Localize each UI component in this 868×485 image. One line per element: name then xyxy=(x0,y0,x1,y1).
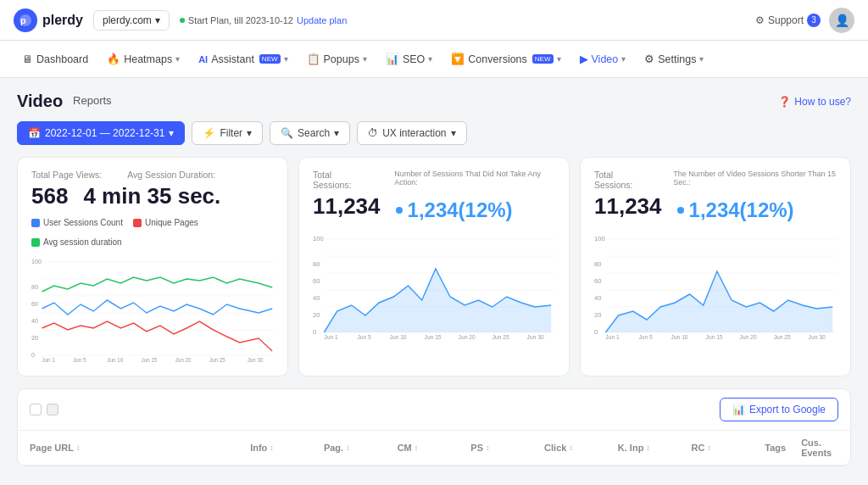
sort-icon-url[interactable]: ↕ xyxy=(76,443,81,452)
stat-card-short-sessions: Total Sessions: The Number of Video Sess… xyxy=(580,157,851,376)
assistant-icon: AI xyxy=(198,54,208,64)
stat-values-1: 568 4 min 35 sec. xyxy=(31,183,274,209)
legend-box-pages xyxy=(133,219,142,227)
nav-item-seo[interactable]: 📊 SEO ▾ xyxy=(377,46,441,72)
support-button[interactable]: ⚙ Support 3 xyxy=(755,14,821,27)
seo-icon: 📊 xyxy=(386,53,399,65)
svg-text:Jun 30: Jun 30 xyxy=(527,334,544,340)
legend-box-avg xyxy=(31,238,40,247)
sort-icon-cm[interactable]: ↕ xyxy=(415,443,419,452)
ux-interaction-button[interactable]: ⏱ UX interaction ▾ xyxy=(357,121,466,145)
sort-icon-rc[interactable]: ↕ xyxy=(707,443,711,452)
support-label: Support xyxy=(768,14,804,26)
svg-text:20: 20 xyxy=(594,311,602,319)
chevron-icon: ▾ xyxy=(699,54,704,64)
svg-text:80: 80 xyxy=(594,260,602,268)
svg-text:Jun 25: Jun 25 xyxy=(774,334,791,340)
chevron-icon: ▾ xyxy=(428,54,432,64)
chart-legend-1: User Sessions Count Unique Pages Avg ses… xyxy=(31,218,274,247)
stat-label-no-action: Number of Sessions That Did Not Take Any… xyxy=(394,170,555,190)
chevron-icon: ▾ xyxy=(363,54,367,64)
user-avatar[interactable]: 👤 xyxy=(829,8,854,33)
update-plan-link[interactable]: Update plan xyxy=(297,15,347,25)
search-button[interactable]: 🔍 Search ▾ xyxy=(270,121,350,145)
nav-item-conversions[interactable]: 🔽 Conversions NEW ▾ xyxy=(442,46,569,72)
nav-item-settings[interactable]: ⚙ Settings ▾ xyxy=(636,46,712,72)
svg-text:Jun 10: Jun 10 xyxy=(671,334,688,340)
nav-label-settings: Settings xyxy=(658,53,696,65)
secondary-checkbox[interactable] xyxy=(47,404,58,415)
col-label-kinp: K. Inp xyxy=(618,443,644,453)
search-label: Search xyxy=(298,127,330,139)
stat-pageviews-value: 568 xyxy=(31,183,68,209)
svg-marker-53 xyxy=(605,271,832,332)
stat-label-duration: Avg Session Duration: xyxy=(127,170,215,180)
sort-icon-click[interactable]: ↕ xyxy=(569,443,573,452)
area-chart-3: 100 80 60 40 20 0 Jun 1 Jun 5 xyxy=(594,231,837,341)
svg-text:Jun 20: Jun 20 xyxy=(459,334,476,340)
sort-icon-pag[interactable]: ↕ xyxy=(346,443,350,452)
page-title: Video xyxy=(17,92,63,111)
brand-name: plerdy xyxy=(42,13,83,28)
svg-text:Jun 20: Jun 20 xyxy=(175,357,192,363)
sort-icon-info[interactable]: ↕ xyxy=(270,443,274,452)
nav-item-heatmaps[interactable]: 🔥 Heatmaps ▾ xyxy=(98,46,188,72)
chevron-down-icon: ▾ xyxy=(247,127,252,139)
nav-item-video[interactable]: ▶ Video ▾ xyxy=(571,46,635,72)
stats-row: Total Page Views: Avg Session Duration: … xyxy=(17,157,851,376)
legend-label-avg: Avg session duration xyxy=(43,237,122,247)
reports-tab[interactable]: Reports xyxy=(73,92,112,110)
nav-label-dashboard: Dashboard xyxy=(36,53,88,65)
svg-text:80: 80 xyxy=(313,260,320,268)
svg-text:Jun 1: Jun 1 xyxy=(324,334,337,340)
popups-icon: 📋 xyxy=(307,53,320,65)
nav-item-assistant[interactable]: AI Assistant NEW ▾ xyxy=(190,47,296,72)
nav-item-dashboard[interactable]: 🖥 Dashboard xyxy=(14,47,97,72)
chevron-down-icon: ▾ xyxy=(451,127,456,139)
svg-text:60: 60 xyxy=(594,277,602,285)
sort-icon-kinp[interactable]: ↕ xyxy=(646,443,650,452)
clock-icon: ⏱ xyxy=(368,127,378,139)
page-title-row: Video Reports xyxy=(17,92,112,111)
date-range-picker[interactable]: 📅 2022-12-01 — 2022-12-31 ▾ xyxy=(17,121,185,145)
col-click: Click ↕ xyxy=(544,438,618,458)
new-badge-conversions: NEW xyxy=(532,54,554,64)
svg-text:40: 40 xyxy=(594,294,602,302)
filter-button[interactable]: ⚡ Filter ▾ xyxy=(192,121,263,145)
select-all-checkbox[interactable] xyxy=(30,404,42,415)
sort-icon-ps[interactable]: ↕ xyxy=(486,443,490,452)
stat-label-short-video: The Number of Video Sessions Shorter Tha… xyxy=(673,170,837,190)
svg-text:Jun 25: Jun 25 xyxy=(492,334,509,340)
col-label-click: Click xyxy=(544,443,566,453)
svg-text:20: 20 xyxy=(31,334,38,342)
svg-text:Jun 5: Jun 5 xyxy=(73,357,86,363)
export-icon: 📊 xyxy=(732,404,745,415)
col-label-info: Info xyxy=(250,443,267,453)
col-label-ps: PS xyxy=(470,443,483,453)
stat-duration-value: 4 min 35 sec. xyxy=(83,183,220,209)
legend-box-sessions xyxy=(31,219,40,227)
chevron-icon: ▾ xyxy=(175,54,180,64)
svg-text:0: 0 xyxy=(313,328,317,336)
col-pag: Pag. ↕ xyxy=(324,438,398,458)
col-label-cus-events: Cus. Events xyxy=(801,438,838,458)
filter-icon: ⚡ xyxy=(203,127,215,139)
nav-item-popups[interactable]: 📋 Popups ▾ xyxy=(298,46,376,72)
svg-text:Jun 15: Jun 15 xyxy=(142,357,158,363)
stat-labels-1: Total Page Views: Avg Session Duration: xyxy=(31,170,274,180)
site-selector[interactable]: plerdy.com ▾ xyxy=(93,10,170,31)
chevron-down-icon: ▾ xyxy=(169,127,174,139)
stat-total-sessions-3: 11,234 xyxy=(594,193,662,220)
area-chart-2: 100 80 60 40 20 0 Jun 1 xyxy=(313,231,555,341)
svg-text:Jun 5: Jun 5 xyxy=(357,334,370,340)
svg-text:Jun 15: Jun 15 xyxy=(706,334,723,340)
svg-text:0: 0 xyxy=(594,328,598,336)
how-to-use-link[interactable]: ❓ How to use? xyxy=(778,96,851,108)
export-to-google-button[interactable]: 📊 Export to Google xyxy=(720,398,838,421)
chevron-down-icon: ▾ xyxy=(334,127,339,139)
heatmaps-icon: 🔥 xyxy=(107,53,120,65)
stat-values-3: 11,234 1,234(12%) xyxy=(594,193,837,222)
legend-label-pages: Unique Pages xyxy=(145,218,198,227)
plan-badge: Start Plan, till 2023-10-12 Update plan xyxy=(180,15,347,25)
svg-text:60: 60 xyxy=(31,300,38,308)
